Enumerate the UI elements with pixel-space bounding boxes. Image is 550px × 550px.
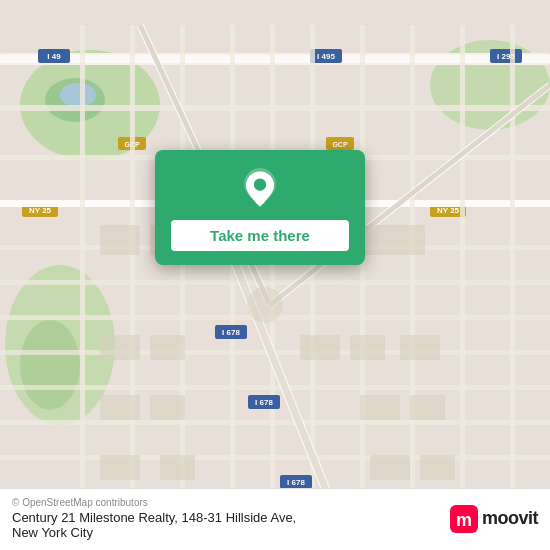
- svg-rect-63: [390, 225, 425, 255]
- bottom-left: © OpenStreetMap contributors Century 21 …: [12, 497, 296, 540]
- svg-rect-44: [460, 25, 465, 525]
- map-container: I 49 I 495 I 295 NY 25 NY 25 NY 25 GCP G…: [0, 0, 550, 550]
- svg-point-3: [60, 83, 96, 107]
- svg-text:I 678: I 678: [287, 478, 305, 487]
- moovit-m-icon: m: [450, 505, 478, 533]
- svg-rect-42: [360, 25, 365, 525]
- svg-text:GCP: GCP: [332, 141, 348, 148]
- svg-point-58: [247, 287, 283, 323]
- svg-rect-72: [410, 395, 445, 420]
- svg-text:I 49: I 49: [47, 52, 61, 61]
- svg-rect-37: [130, 25, 135, 525]
- svg-rect-68: [400, 335, 440, 360]
- svg-rect-43: [410, 25, 415, 525]
- svg-rect-76: [420, 455, 455, 480]
- svg-rect-73: [100, 455, 140, 480]
- svg-rect-69: [100, 395, 140, 420]
- svg-rect-75: [370, 455, 410, 480]
- location-card: Take me there: [155, 150, 365, 265]
- take-me-there-button[interactable]: Take me there: [171, 220, 349, 251]
- svg-point-5: [20, 320, 80, 410]
- svg-rect-36: [80, 25, 85, 525]
- svg-rect-64: [100, 335, 140, 360]
- svg-rect-66: [300, 335, 340, 360]
- moovit-logo: m moovit: [450, 505, 538, 533]
- svg-rect-70: [150, 395, 185, 420]
- svg-point-79: [254, 179, 266, 191]
- svg-text:m: m: [456, 510, 472, 530]
- location-name: Century 21 Milestone Realty, 148-31 Hill…: [12, 510, 296, 540]
- svg-rect-40: [270, 25, 275, 525]
- svg-rect-74: [160, 455, 195, 480]
- svg-rect-45: [510, 25, 515, 525]
- svg-rect-67: [350, 335, 385, 360]
- svg-text:NY 25: NY 25: [29, 206, 52, 215]
- svg-rect-65: [150, 335, 185, 360]
- svg-text:I 678: I 678: [255, 398, 273, 407]
- svg-rect-59: [100, 225, 140, 255]
- map-attribution: © OpenStreetMap contributors: [12, 497, 296, 508]
- svg-text:I 678: I 678: [222, 328, 240, 337]
- moovit-brand-text: moovit: [482, 508, 538, 529]
- location-pin-icon: [238, 168, 282, 212]
- bottom-bar: © OpenStreetMap contributors Century 21 …: [0, 488, 550, 550]
- svg-rect-39: [230, 25, 235, 525]
- svg-text:I 495: I 495: [317, 52, 335, 61]
- svg-text:NY 25: NY 25: [437, 206, 460, 215]
- map-background: I 49 I 495 I 295 NY 25 NY 25 NY 25 GCP G…: [0, 0, 550, 550]
- svg-rect-71: [360, 395, 400, 420]
- svg-rect-38: [180, 25, 185, 525]
